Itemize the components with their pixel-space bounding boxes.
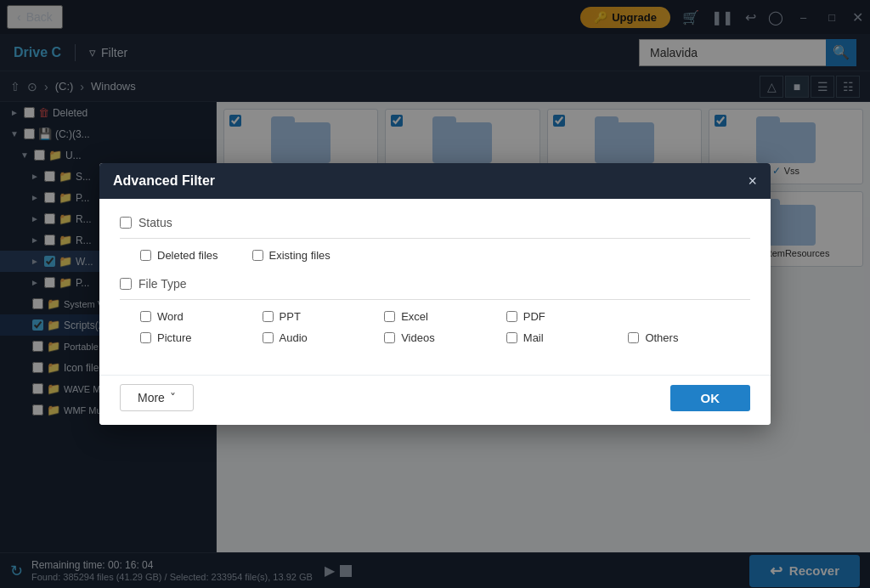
- existing-files-checkbox[interactable]: [252, 250, 263, 261]
- word-checkbox[interactable]: [140, 311, 151, 322]
- pdf-checkbox[interactable]: [506, 311, 517, 322]
- ppt-option[interactable]: PPT: [263, 310, 385, 323]
- ok-button[interactable]: OK: [670, 385, 751, 411]
- others-option[interactable]: Others: [628, 331, 750, 344]
- pdf-label: PDF: [523, 310, 545, 323]
- status-section-checkbox[interactable]: [120, 217, 132, 229]
- others-label: Others: [645, 331, 678, 344]
- excel-label: Excel: [401, 310, 428, 323]
- more-button[interactable]: More ˅: [120, 384, 194, 411]
- modal-footer: More ˅ OK: [99, 375, 771, 425]
- audio-checkbox[interactable]: [263, 332, 274, 343]
- mail-checkbox[interactable]: [506, 332, 517, 343]
- status-divider: [120, 238, 750, 239]
- word-label: Word: [157, 310, 184, 323]
- existing-files-label: Existing files: [269, 249, 330, 262]
- audio-option[interactable]: Audio: [263, 331, 385, 344]
- picture-checkbox[interactable]: [140, 332, 151, 343]
- status-options-row: Deleted files Existing files: [140, 249, 750, 262]
- deleted-files-checkbox[interactable]: [140, 250, 151, 261]
- filetype-section-title: File Type: [138, 277, 187, 291]
- empty-cell-1: [628, 310, 750, 323]
- modal-close-button[interactable]: ×: [748, 173, 757, 189]
- status-section-label: Status: [120, 216, 750, 229]
- modal-body: Status Deleted files Existing files File…: [99, 199, 771, 375]
- advanced-filter-modal: Advanced Filter × Status Deleted files E…: [99, 163, 771, 425]
- existing-files-option[interactable]: Existing files: [252, 249, 330, 262]
- deleted-files-label: Deleted files: [157, 249, 218, 262]
- excel-option[interactable]: Excel: [384, 310, 506, 323]
- ppt-checkbox[interactable]: [263, 311, 274, 322]
- picture-option[interactable]: Picture: [140, 331, 263, 344]
- picture-label: Picture: [157, 331, 191, 344]
- audio-label: Audio: [280, 331, 308, 344]
- modal-header: Advanced Filter ×: [99, 163, 771, 199]
- videos-label: Videos: [401, 331, 435, 344]
- ok-label: OK: [701, 391, 720, 405]
- more-label: More: [138, 391, 165, 404]
- chevron-down-icon: ˅: [170, 391, 176, 404]
- ppt-label: PPT: [280, 310, 301, 323]
- filetype-divider: [120, 299, 750, 300]
- others-checkbox[interactable]: [628, 332, 639, 343]
- status-section-title: Status: [138, 216, 172, 229]
- excel-checkbox[interactable]: [384, 311, 395, 322]
- videos-option[interactable]: Videos: [384, 331, 506, 344]
- mail-label: Mail: [523, 331, 544, 344]
- word-option[interactable]: Word: [140, 310, 263, 323]
- filetype-options-grid: Word PPT Excel PDF Picture: [140, 310, 750, 344]
- videos-checkbox[interactable]: [384, 332, 395, 343]
- filetype-section-checkbox[interactable]: [120, 278, 132, 290]
- mail-option[interactable]: Mail: [506, 331, 629, 344]
- deleted-files-option[interactable]: Deleted files: [140, 249, 218, 262]
- pdf-option[interactable]: PDF: [506, 310, 629, 323]
- filetype-section-label: File Type: [120, 277, 750, 291]
- modal-title: Advanced Filter: [113, 173, 215, 189]
- modal-overlay: Advanced Filter × Status Deleted files E…: [0, 0, 870, 588]
